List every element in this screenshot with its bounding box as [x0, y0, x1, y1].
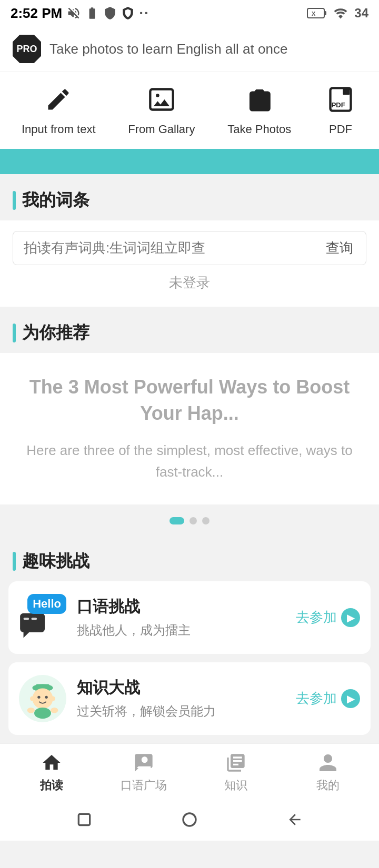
nav-speaking-plaza-label: 口语广场 — [121, 778, 167, 793]
action-bar: Input from text From Gallary Take Photos… — [0, 72, 379, 149]
recommend-header: 为你推荐 — [0, 307, 379, 353]
pro-badge: PRO — [13, 35, 41, 63]
from-gallery-label: From Gallary — [128, 123, 195, 136]
speaking-action-label: 去参加 — [296, 608, 337, 627]
knowledge-challenge-card[interactable]: 知识大战 过关斩将，解锁会员能力 去参加 ▶ — [8, 662, 371, 735]
nav-home[interactable]: 拍读 — [25, 751, 78, 793]
nav-home-label: 拍读 — [40, 778, 63, 793]
svg-rect-3 — [150, 89, 173, 110]
camera-icon — [243, 83, 276, 116]
knowledge-action-label: 去参加 — [296, 689, 337, 708]
from-gallery-button[interactable]: From Gallary — [128, 83, 195, 136]
bottom-nav: 拍读 口语广场 知识 我的 — [0, 743, 379, 799]
status-bar: 2:52 PM ·· X 34 — [0, 0, 379, 26]
speaking-challenge-card[interactable]: Hello 口语挑战 挑战他人，成为擂主 去参加 ▶ — [8, 581, 371, 654]
android-square-btn[interactable] — [75, 810, 94, 829]
android-home-btn[interactable] — [180, 810, 199, 829]
svg-text:X: X — [312, 11, 316, 17]
recommend-card-title: The 3 Most Powerful Ways to Boost Your H… — [16, 374, 363, 427]
knowledge-challenge-desc: 过关斩将，解锁会员能力 — [77, 703, 285, 720]
speaking-challenge-info: 口语挑战 挑战他人，成为擂主 — [77, 596, 285, 639]
knowledge-icon — [224, 751, 247, 774]
speaking-challenge-name: 口语挑战 — [77, 596, 285, 618]
teal-banner[interactable] — [0, 149, 379, 174]
svg-point-15 — [37, 696, 40, 699]
recommend-accent — [13, 324, 16, 342]
section-accent — [13, 191, 16, 210]
carousel-dots — [0, 504, 379, 535]
battery-level: 34 — [354, 6, 368, 21]
vocab-section: 查询 未登录 — [0, 220, 379, 307]
svg-point-23 — [183, 813, 196, 826]
nav-speaking-plaza[interactable]: 口语广场 — [117, 751, 170, 793]
vocab-search-input[interactable] — [24, 240, 324, 256]
svg-rect-6 — [343, 88, 350, 95]
recommend-card[interactable]: The 3 Most Powerful Ways to Boost Your H… — [0, 353, 379, 504]
battery-x-icon: X — [307, 7, 327, 19]
svg-marker-11 — [24, 632, 29, 638]
shield2-icon — [121, 6, 135, 20]
svg-point-19 — [34, 708, 51, 719]
my-vocab-title: 我的词条 — [22, 189, 89, 212]
speaking-challenge-desc: 挑战他人，成为擂主 — [77, 622, 285, 639]
mute-icon — [66, 6, 81, 21]
speaking-challenge-action[interactable]: 去参加 ▶ — [296, 608, 360, 627]
svg-point-21 — [51, 708, 58, 713]
svg-rect-13 — [36, 684, 50, 689]
svg-point-14 — [32, 688, 53, 709]
knowledge-challenge-name: 知识大战 — [77, 677, 285, 699]
svg-rect-10 — [31, 618, 37, 620]
pdf-button[interactable]: PDF PDF — [324, 83, 357, 136]
knowledge-icon-wrap — [19, 675, 66, 722]
svg-text:PDF: PDF — [332, 101, 345, 109]
dot-1[interactable] — [169, 517, 184, 524]
svg-point-17 — [30, 697, 35, 701]
svg-rect-0 — [307, 8, 324, 18]
header-tagline: Take photos to learn English all at once — [49, 41, 287, 57]
svg-point-4 — [156, 94, 159, 97]
nav-mine[interactable]: 我的 — [302, 751, 354, 793]
input-text-button[interactable]: Input from text — [22, 83, 96, 136]
vocab-search-row[interactable]: 查询 — [13, 231, 366, 265]
take-photos-button[interactable]: Take Photos — [227, 83, 291, 136]
challenges-title: 趣味挑战 — [22, 550, 89, 573]
challenges-header: 趣味挑战 — [0, 535, 379, 581]
nav-knowledge-label: 知识 — [224, 778, 247, 793]
shield-icon — [103, 6, 117, 20]
pencil-icon — [42, 83, 75, 116]
knowledge-arrow-icon: ▶ — [341, 689, 360, 708]
speaking-arrow-icon: ▶ — [341, 608, 360, 627]
image-icon — [145, 83, 178, 116]
status-right: X 34 — [307, 6, 368, 21]
svg-rect-8 — [20, 613, 45, 632]
dot-3[interactable] — [202, 517, 210, 524]
mine-icon — [316, 751, 340, 774]
nav-knowledge[interactable]: 知识 — [210, 751, 262, 793]
svg-rect-9 — [24, 618, 29, 620]
pdf-label: PDF — [329, 123, 352, 136]
svg-point-20 — [27, 708, 35, 713]
status-left: 2:52 PM ·· — [11, 5, 149, 22]
input-text-label: Input from text — [22, 123, 96, 136]
svg-rect-22 — [78, 814, 89, 825]
knowledge-char-icon — [19, 675, 66, 722]
android-back-btn[interactable] — [285, 810, 304, 829]
svg-point-18 — [51, 697, 55, 701]
nav-mine-label: 我的 — [316, 778, 340, 793]
android-nav-bar — [0, 799, 379, 841]
home-icon — [40, 751, 63, 774]
my-vocab-header: 我的词条 — [0, 174, 379, 220]
recommend-card-desc: Here are three of the simplest, most eff… — [16, 440, 363, 483]
battery-icon — [85, 6, 99, 20]
dot-2[interactable] — [190, 517, 197, 524]
status-time: 2:52 PM — [11, 5, 62, 22]
take-photos-label: Take Photos — [227, 123, 291, 136]
knowledge-challenge-info: 知识大战 过关斩将，解锁会员能力 — [77, 677, 285, 720]
dots-icon: ·· — [139, 5, 149, 22]
challenges-accent — [13, 552, 16, 571]
vocab-search-btn[interactable]: 查询 — [324, 239, 355, 257]
recommend-title: 为你推荐 — [22, 321, 89, 345]
app-header: PRO Take photos to learn English all at … — [0, 26, 379, 72]
knowledge-challenge-action[interactable]: 去参加 ▶ — [296, 689, 360, 708]
pdf-icon: PDF — [324, 83, 357, 116]
